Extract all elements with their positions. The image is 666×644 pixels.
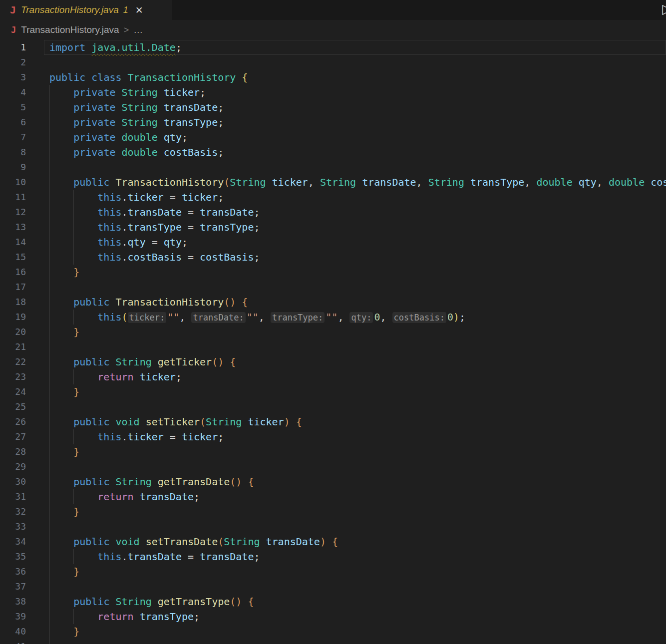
tab-transactionhistory-java[interactable]: J TransactionHistory.java 1 ✕ <box>0 0 172 20</box>
code-line-15[interactable]: 15 this.costBasis = costBasis; <box>0 250 666 265</box>
line-number[interactable]: 30 <box>0 474 26 489</box>
indent-guide <box>49 190 50 205</box>
code-line-32[interactable]: 32 } <box>0 504 666 519</box>
code-line-18[interactable]: 18 public TransactionHistory() { <box>0 295 666 310</box>
line-number[interactable]: 27 <box>0 429 26 444</box>
line-number[interactable]: 8 <box>0 145 26 160</box>
code-line-34[interactable]: 34 public void setTransDate(String trans… <box>0 534 666 549</box>
code-line-39[interactable]: 39 return transType; <box>0 609 666 624</box>
line-number[interactable]: 33 <box>0 519 26 534</box>
code-line-33[interactable]: 33 <box>0 519 666 534</box>
line-number[interactable]: 4 <box>0 85 26 100</box>
line-number[interactable]: 11 <box>0 190 26 205</box>
code-line-13[interactable]: 13 this.transType = transType; <box>0 220 666 235</box>
line-number[interactable]: 39 <box>0 609 26 624</box>
code-line-23[interactable]: 23 return ticker; <box>0 369 666 384</box>
breadcrumb-file[interactable]: TransactionHistory.java <box>21 24 119 35</box>
code-line-7[interactable]: 7 private double qty; <box>0 130 666 145</box>
line-number[interactable]: 1 <box>0 40 26 55</box>
code-text: return transDate; <box>49 489 200 504</box>
line-number[interactable]: 12 <box>0 205 26 220</box>
line-number[interactable]: 38 <box>0 594 26 609</box>
line-number[interactable]: 23 <box>0 369 26 384</box>
code-line-17[interactable]: 17 <box>0 280 666 295</box>
code-line-41[interactable]: 41 <box>0 639 666 644</box>
code-line-21[interactable]: 21 <box>0 339 666 354</box>
line-number[interactable]: 14 <box>0 235 26 250</box>
indent-guide <box>73 429 74 444</box>
code-line-8[interactable]: 8 private double costBasis; <box>0 145 666 160</box>
indent-guide <box>49 564 50 579</box>
code-line-1[interactable]: 1import java.util.Date; <box>0 40 666 55</box>
line-number[interactable]: 13 <box>0 220 26 235</box>
java-file-icon: J <box>11 25 16 35</box>
breadcrumb[interactable]: J TransactionHistory.java > … <box>0 20 666 40</box>
line-number[interactable]: 7 <box>0 130 26 145</box>
close-icon[interactable]: ✕ <box>135 5 143 15</box>
code-line-2[interactable]: 2 <box>0 55 666 70</box>
line-number[interactable]: 25 <box>0 399 26 414</box>
line-number[interactable]: 34 <box>0 534 26 549</box>
code-line-16[interactable]: 16 } <box>0 265 666 280</box>
line-number[interactable]: 20 <box>0 324 26 339</box>
code-line-11[interactable]: 11 this.ticker = ticker; <box>0 190 666 205</box>
line-number[interactable]: 29 <box>0 459 26 474</box>
line-number[interactable]: 21 <box>0 339 26 354</box>
line-number[interactable]: 5 <box>0 100 26 115</box>
line-number[interactable]: 6 <box>0 115 26 130</box>
line-number[interactable]: 19 <box>0 310 26 324</box>
code-line-3[interactable]: 3public class TransactionHistory { <box>0 70 666 85</box>
code-line-6[interactable]: 6 private String transType; <box>0 115 666 130</box>
code-line-35[interactable]: 35 this.transDate = transDate; <box>0 549 666 564</box>
run-icon[interactable]: ▷ <box>662 1 666 16</box>
code-line-4[interactable]: 4 private String ticker; <box>0 85 666 100</box>
line-number[interactable]: 31 <box>0 489 26 504</box>
code-line-22[interactable]: 22 public String getTicker() { <box>0 354 666 369</box>
line-number[interactable]: 32 <box>0 504 26 519</box>
line-number[interactable]: 40 <box>0 624 26 639</box>
line-number[interactable]: 15 <box>0 250 26 265</box>
line-number[interactable]: 3 <box>0 70 26 85</box>
code-line-28[interactable]: 28 } <box>0 444 666 459</box>
line-number[interactable]: 17 <box>0 280 26 295</box>
code-line-24[interactable]: 24 } <box>0 384 666 399</box>
code-line-12[interactable]: 12 this.transDate = transDate; <box>0 205 666 220</box>
code-line-14[interactable]: 14 this.qty = qty; <box>0 235 666 250</box>
code-line-27[interactable]: 27 this.ticker = ticker; <box>0 429 666 444</box>
line-number[interactable]: 9 <box>0 160 26 175</box>
code-line-20[interactable]: 20 } <box>0 324 666 339</box>
line-number[interactable]: 22 <box>0 354 26 369</box>
code-line-40[interactable]: 40 } <box>0 624 666 639</box>
code-line-30[interactable]: 30 public String getTransDate() { <box>0 474 666 489</box>
line-number[interactable]: 10 <box>0 175 26 190</box>
line-number[interactable]: 41 <box>0 639 26 644</box>
line-number[interactable]: 18 <box>0 295 26 310</box>
tab-title: TransactionHistory.java <box>21 4 119 15</box>
line-number[interactable]: 28 <box>0 444 26 459</box>
code-line-10[interactable]: 10 public TransactionHistory(String tick… <box>0 175 666 190</box>
code-editor[interactable]: 1import java.util.Date;23public class Tr… <box>0 40 666 644</box>
indent-guide <box>49 295 50 310</box>
line-number[interactable]: 35 <box>0 549 26 564</box>
code-line-9[interactable]: 9 <box>0 160 666 175</box>
code-line-31[interactable]: 31 return transDate; <box>0 489 666 504</box>
line-number[interactable]: 37 <box>0 579 26 594</box>
line-number[interactable]: 2 <box>0 55 26 70</box>
code-text: public void setTransDate(String transDat… <box>49 534 338 549</box>
code-line-5[interactable]: 5 private String transDate; <box>0 100 666 115</box>
indent-guide <box>49 609 50 624</box>
line-number[interactable]: 24 <box>0 384 26 399</box>
line-number[interactable]: 16 <box>0 265 26 280</box>
breadcrumb-symbol-ellipsis[interactable]: … <box>133 24 144 35</box>
code-line-26[interactable]: 26 public void setTicker(String ticker) … <box>0 414 666 429</box>
code-line-36[interactable]: 36 } <box>0 564 666 579</box>
code-line-25[interactable]: 25 <box>0 399 666 414</box>
indent-guide <box>49 474 50 489</box>
line-number[interactable]: 36 <box>0 564 26 579</box>
code-line-19[interactable]: 19 this(ticker:"", transDate:"", transTy… <box>0 310 666 324</box>
code-line-29[interactable]: 29 <box>0 459 666 474</box>
line-number[interactable]: 26 <box>0 414 26 429</box>
java-file-icon: J <box>10 4 16 16</box>
code-line-37[interactable]: 37 <box>0 579 666 594</box>
code-line-38[interactable]: 38 public String getTransType() { <box>0 594 666 609</box>
